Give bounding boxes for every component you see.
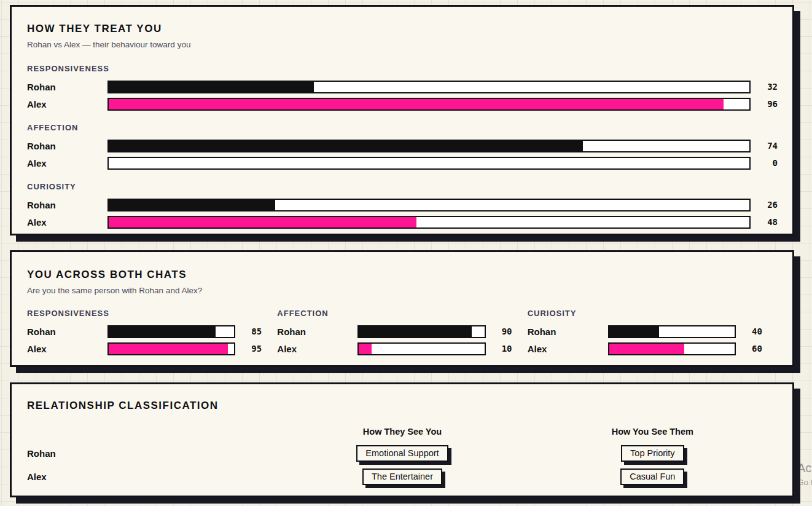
bar-track — [107, 98, 751, 111]
person-label: Rohan — [277, 326, 357, 337]
classification-badge[interactable]: Emotional Support — [356, 445, 448, 462]
metric-label: AFFECTION — [277, 309, 521, 318]
watermark-line1: Activate Windows — [797, 461, 812, 475]
metric-section-curiosity: CURIOSITY Rohan 26 Alex 48 — [27, 182, 778, 231]
person-label: Rohan — [27, 326, 107, 337]
bar-row: Alex 48 — [27, 213, 778, 231]
bar-track — [357, 342, 485, 355]
bar-track — [107, 325, 235, 338]
classification-header-spacer — [27, 427, 277, 441]
classification-cell: Casual Fun — [528, 465, 778, 488]
classification-header-you-see-them: How You See Them — [528, 427, 778, 441]
person-label: Alex — [277, 344, 357, 354]
person-label: Alex — [27, 465, 277, 488]
classification-badge[interactable]: The Entertainer — [362, 468, 442, 485]
bar-row: Rohan 26 — [27, 196, 778, 213]
metric-label: CURIOSITY — [27, 182, 778, 191]
panel-title: YOU ACROSS BOTH CHATS — [27, 269, 778, 281]
classification-badge[interactable]: Top Priority — [621, 445, 684, 462]
metric-label: RESPONSIVENESS — [27, 309, 271, 318]
bar-value: 95 — [251, 344, 271, 354]
person-label: Alex — [27, 217, 107, 227]
bar-track — [107, 216, 751, 229]
bar-value: 26 — [751, 200, 778, 210]
report-page: { "colors": { "accent_pink": "#ff1493", … — [0, 0, 812, 506]
metric-label: AFFECTION — [27, 123, 778, 132]
bar-fill-alex — [609, 344, 685, 354]
panel-you-across-both-chats: YOU ACROSS BOTH CHATS Are you the same p… — [10, 250, 794, 367]
bar-fill-alex — [109, 344, 228, 354]
metric-label: CURIOSITY — [528, 309, 771, 318]
bar-track — [107, 157, 751, 170]
bar-fill-rohan — [609, 326, 660, 337]
bar-track — [608, 325, 736, 338]
classification-grid: How They See You How You See Them Rohan … — [27, 427, 778, 488]
bar-value: 32 — [751, 82, 778, 92]
person-label: Rohan — [27, 200, 107, 210]
bar-row: Alex 96 — [27, 95, 778, 113]
bar-fill-rohan — [109, 82, 314, 92]
metric-section-affection: AFFECTION Rohan 74 Alex 0 — [27, 123, 778, 172]
metric-column-affection: AFFECTION Rohan 90 Alex 10 — [277, 309, 527, 357]
classification-badge[interactable]: Casual Fun — [620, 468, 684, 485]
metric-columns: RESPONSIVENESS Rohan 85 Alex 95 AFFECTIO… — [27, 309, 778, 357]
metric-column-curiosity: CURIOSITY Rohan 40 Alex 60 — [528, 309, 778, 357]
bar-value: 40 — [752, 326, 771, 336]
bar-track — [107, 342, 235, 355]
watermark-line2: Go to Settings to activate Windows — [797, 478, 812, 487]
classification-cell: Top Priority — [528, 441, 778, 465]
person-label: Rohan — [27, 82, 107, 92]
person-label: Alex — [27, 158, 107, 168]
bar-row: Rohan 32 — [27, 78, 778, 95]
bar-value: 96 — [751, 99, 778, 109]
person-label: Alex — [27, 344, 107, 354]
metric-section-responsiveness: RESPONSIVENESS Rohan 32 Alex 96 — [27, 64, 778, 113]
classification-cell: The Entertainer — [277, 465, 527, 488]
bar-row: Rohan 74 — [27, 137, 778, 154]
bar-row: Rohan 90 — [277, 323, 521, 340]
bar-track — [357, 325, 485, 338]
bar-row: Alex 95 — [27, 340, 271, 357]
bar-value: 10 — [502, 344, 521, 354]
panel-how-they-treat-you: HOW THEY TREAT YOU Rohan vs Alex — their… — [10, 5, 794, 235]
bar-value: 48 — [751, 217, 778, 227]
bar-row: Rohan 85 — [27, 323, 271, 340]
bar-fill-alex — [359, 344, 371, 354]
bar-fill-rohan — [109, 141, 583, 151]
person-label: Alex — [528, 344, 608, 354]
bar-value: 85 — [251, 326, 271, 336]
classification-header-they-see-you: How They See You — [277, 427, 527, 441]
bar-row: Alex 0 — [27, 154, 778, 172]
bar-value: 0 — [751, 158, 778, 168]
person-label: Alex — [27, 99, 107, 109]
bar-row: Alex 10 — [277, 340, 521, 357]
person-label: Rohan — [27, 141, 107, 151]
panel-relationship-classification: RELATIONSHIP CLASSIFICATION How They See… — [10, 382, 794, 497]
panel-title: RELATIONSHIP CLASSIFICATION — [27, 400, 778, 412]
bar-value: 90 — [502, 326, 521, 336]
metric-column-responsiveness: RESPONSIVENESS Rohan 85 Alex 95 — [27, 309, 277, 357]
bar-track — [107, 199, 751, 211]
bar-fill-rohan — [109, 326, 216, 337]
bar-track — [107, 140, 751, 152]
bar-row: Rohan 40 — [528, 323, 771, 340]
bar-track — [608, 342, 736, 355]
bar-value: 74 — [751, 141, 778, 151]
bar-fill-rohan — [109, 200, 275, 210]
bar-fill-alex — [109, 217, 416, 227]
bar-fill-alex — [109, 99, 724, 109]
panel-subtitle: Rohan vs Alex — their behaviour toward y… — [27, 40, 778, 49]
metric-label: RESPONSIVENESS — [27, 64, 778, 73]
panel-subtitle: Are you the same person with Rohan and A… — [27, 286, 778, 295]
bar-track — [107, 81, 751, 93]
bar-fill-rohan — [359, 326, 472, 337]
classification-cell: Emotional Support — [277, 441, 527, 465]
panel-title: HOW THEY TREAT YOU — [27, 23, 778, 35]
person-label: Rohan — [27, 441, 277, 465]
bar-row: Alex 60 — [528, 340, 771, 357]
windows-activation-watermark: Activate Windows Go to Settings to activ… — [797, 461, 812, 487]
bar-value: 60 — [752, 344, 771, 354]
person-label: Rohan — [528, 326, 608, 337]
